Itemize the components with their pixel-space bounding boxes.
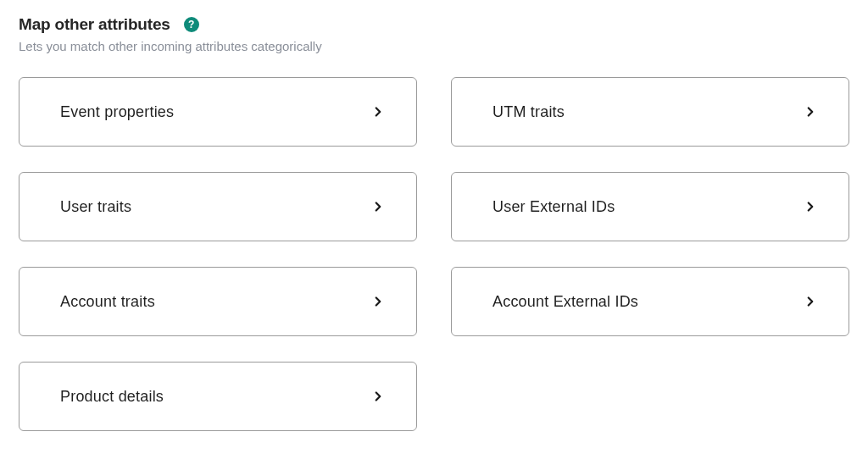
- card-label: Event properties: [60, 103, 174, 121]
- card-label: Account External IDs: [492, 293, 638, 311]
- chevron-right-icon: [370, 389, 386, 404]
- card-label: User External IDs: [492, 198, 615, 216]
- card-user-traits[interactable]: User traits: [19, 172, 417, 241]
- card-user-external-ids[interactable]: User External IDs: [451, 172, 849, 241]
- card-label: Product details: [60, 388, 164, 406]
- empty-cell: [451, 362, 849, 431]
- help-icon[interactable]: ?: [184, 17, 199, 32]
- chevron-right-icon: [370, 104, 386, 119]
- card-event-properties[interactable]: Event properties: [19, 77, 417, 147]
- card-account-external-ids[interactable]: Account External IDs: [451, 267, 849, 336]
- chevron-right-icon: [803, 104, 818, 119]
- card-label: Account traits: [60, 293, 155, 311]
- card-product-details[interactable]: Product details: [19, 362, 417, 431]
- section-subtitle: Lets you match other incoming attributes…: [19, 39, 849, 53]
- chevron-right-icon: [370, 294, 386, 309]
- chevron-right-icon: [803, 294, 818, 309]
- section-title: Map other attributes: [19, 15, 170, 34]
- card-account-traits[interactable]: Account traits: [19, 267, 417, 336]
- card-label: UTM traits: [492, 103, 565, 121]
- card-label: User traits: [60, 198, 131, 216]
- card-utm-traits[interactable]: UTM traits: [451, 77, 849, 147]
- chevron-right-icon: [803, 199, 818, 214]
- attribute-cards-grid: Event properties UTM traits User traits …: [19, 77, 849, 431]
- chevron-right-icon: [370, 199, 386, 214]
